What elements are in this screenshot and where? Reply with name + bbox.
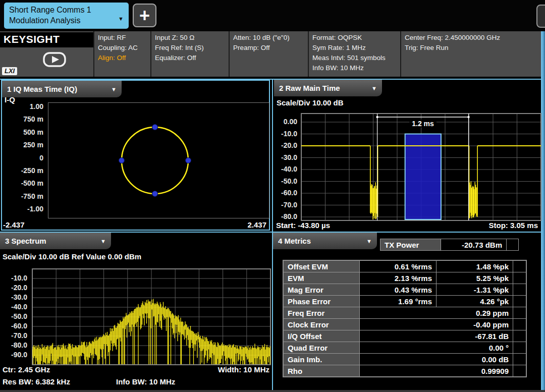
metric-value: -67.81 dB <box>360 330 513 342</box>
metric-label: I/Q Offset <box>283 330 360 342</box>
metric-row: Quad Error0.00 ° <box>283 342 526 354</box>
metric-label: Rho <box>283 365 360 377</box>
axis-tick-label: 0.00 <box>273 117 297 126</box>
meas-info-text: Meas Intvl: 501 symbols <box>309 53 400 63</box>
axis-tick-label: -90.0 <box>0 350 27 359</box>
keysight-logo: KEYSIGHT <box>0 32 93 47</box>
panel-spectrum: 3 Spectrum ▼ Scale/Div 10.00 dB Ref Valu… <box>0 233 272 390</box>
raw-time-plot: 1.2 ms <box>301 113 541 221</box>
meas-info-text: Center Freq: 2.450000000 GHz <box>401 33 541 43</box>
meas-info-columns: Input: RFCoupling: ACAlign: OffInput Z: … <box>94 31 541 77</box>
brand-column: KEYSIGHT LXI <box>0 31 93 77</box>
meas-info-column[interactable]: Center Freq: 2.450000000 GHzTrig: Free R… <box>401 31 541 77</box>
dropdown-caret-icon: ▼ <box>100 238 106 244</box>
metric-row: Rho0.99909 <box>283 365 526 377</box>
spectrum-width-label: Width: 10 MHz <box>218 365 269 374</box>
meas-info-column[interactable]: Input Z: 50 ΩFreq Ref: Int (S)Equalizer:… <box>151 31 229 77</box>
axis-tick-label: -60.0 <box>273 188 297 197</box>
metric-row: Phase Error1.69 °rms4.26 °pk <box>283 296 526 307</box>
panel-iq-meas-time: 1 IQ Meas Time (IQ) ▼ I-Q 1.00750 m500 m… <box>1 80 270 231</box>
scrollbar[interactable] <box>541 31 545 392</box>
meas-info-text: Input: RF <box>94 33 150 43</box>
metric-label: Gain Imb. <box>283 354 360 365</box>
axis-tick-label: -70.0 <box>273 200 297 209</box>
tab-title-line2: Modulation Analysis <box>9 15 124 26</box>
axis-tick-label: -10.0 <box>273 129 297 138</box>
symbol-point <box>186 158 191 163</box>
tab-title-line1: Short Range Comms 1 <box>9 5 124 15</box>
panel2-title-dropdown[interactable]: 2 Raw Main Time ▼ <box>274 80 382 96</box>
metric-extra-cell <box>513 272 527 284</box>
metric-rms-value: 0.43 %rms <box>360 284 437 296</box>
metric-value: -0.40 ppm <box>360 319 513 330</box>
tx-power-label: TX Power <box>380 239 441 251</box>
metric-label: Freq Error <box>283 307 360 319</box>
axis-tick-label: 0 <box>0 153 43 162</box>
metric-rms-value: 0.61 %rms <box>360 260 437 272</box>
axis-tick-label: 500 m <box>0 128 43 137</box>
iq-y-axis: 1.00750 m500 m250 m0-250 m-500 m-750 m-1… <box>2 102 45 217</box>
panel3-title: 3 Spectrum <box>5 237 46 245</box>
dropdown-caret-icon: ▼ <box>371 85 377 91</box>
axis-tick-label: 250 m <box>0 140 43 149</box>
add-tab-button[interactable]: + <box>133 4 156 27</box>
raw-y-axis: 0.00-10.0-20.0-30.0-40.0-50.0-60.0-70.0-… <box>275 113 299 220</box>
axis-tick-label: -750 m <box>0 192 43 201</box>
spectrum-infobw-label: Info BW: 10 MHz <box>116 377 175 386</box>
panel-metrics: 4 Metrics ▼ TX Power -20.73 dBm Offset E… <box>273 233 541 390</box>
analyzer-screen: Short Range Comms 1 Modulation Analysis … <box>0 0 545 392</box>
metric-extra-cell <box>513 342 527 354</box>
meas-info-text: Input Z: 50 Ω <box>151 33 229 43</box>
measurement-tab[interactable]: Short Range Comms 1 Modulation Analysis … <box>4 3 129 29</box>
axis-tick-label: -10.0 <box>0 273 27 283</box>
axis-tick-label: -1.00 <box>0 204 43 213</box>
raw-scale-line: Scale/Div 10.00 dB <box>277 98 344 107</box>
symbol-point <box>119 158 125 163</box>
meas-info-text: Trig: Free Run <box>401 43 541 53</box>
metric-pk-value: -1.31 %pk <box>437 284 513 296</box>
window-divider <box>272 79 273 392</box>
meas-info-column[interactable]: Input: RFCoupling: ACAlign: Off <box>94 31 150 77</box>
meas-info-column[interactable]: Atten: 10 dB ("e"0)Preamp: Off <box>230 31 308 77</box>
metric-extra-cell <box>513 296 527 307</box>
dropdown-caret-icon: ▼ <box>111 86 117 92</box>
panel2-title: 2 Raw Main Time <box>279 84 340 92</box>
metric-label: Clock Error <box>283 319 360 330</box>
spectrum-resbw-label: Res BW: 6.382 kHz <box>3 377 70 386</box>
gate-region[interactable] <box>405 134 441 220</box>
panel3-title-dropdown[interactable]: 3 Spectrum ▼ <box>0 233 111 249</box>
raw-stop-label: Stop: 3.05 ms <box>488 221 538 230</box>
metric-label: Phase Error <box>283 296 360 307</box>
spectrum-ctr-label: Ctr: 2.45 GHz <box>3 365 50 374</box>
metric-pk-value: 5.25 %pk <box>437 272 513 284</box>
axis-tick-label: -500 m <box>0 179 43 188</box>
axis-tick-label: -30.0 <box>0 293 27 302</box>
metric-rms-value: 1.69 °rms <box>360 296 437 307</box>
tx-power-extra-cell <box>506 239 519 251</box>
axis-tick-label: -40.0 <box>0 302 27 311</box>
panel4-title: 4 Metrics <box>278 237 311 245</box>
axis-tick-label: -40.0 <box>273 164 297 174</box>
axis-tick-label: -20.0 <box>0 283 27 292</box>
metric-row: Clock Error-0.40 ppm <box>283 319 526 330</box>
metric-extra-cell <box>513 319 527 330</box>
panel4-title-dropdown[interactable]: 4 Metrics ▼ <box>273 233 377 249</box>
metric-row: Gain Imb.0.00 dB <box>283 354 526 365</box>
metric-row: EVM2.13 %rms5.25 %pk <box>283 272 526 284</box>
panel1-title-dropdown[interactable]: 1 IQ Meas Time (IQ) ▼ <box>2 81 122 97</box>
spectrum-scale-line: Scale/Div 10.00 dB Ref Value 0.00 dBm <box>3 252 141 261</box>
axis-tick-label: -80.0 <box>273 212 297 221</box>
bottom-edge <box>0 390 545 392</box>
gap-duration-annotation: 1.2 ms <box>412 120 434 128</box>
axis-tick-label: -250 m <box>0 166 43 175</box>
axis-tick-label: -50.0 <box>273 177 297 186</box>
meas-info-column[interactable]: Format: OQPSKSym Rate: 1 MHzMeas Intvl: … <box>309 31 400 77</box>
meas-info-text: Format: OQPSK <box>309 33 400 43</box>
symbol-point <box>152 191 158 197</box>
offscreen-button[interactable] <box>536 5 545 28</box>
axis-tick-label: -20.0 <box>273 141 297 150</box>
meas-info-text: Atten: 10 dB ("e"0) <box>230 33 308 43</box>
window-divider <box>0 79 541 80</box>
window-divider <box>0 232 541 233</box>
meas-info-text: Info BW: 10 MHz <box>309 63 400 73</box>
